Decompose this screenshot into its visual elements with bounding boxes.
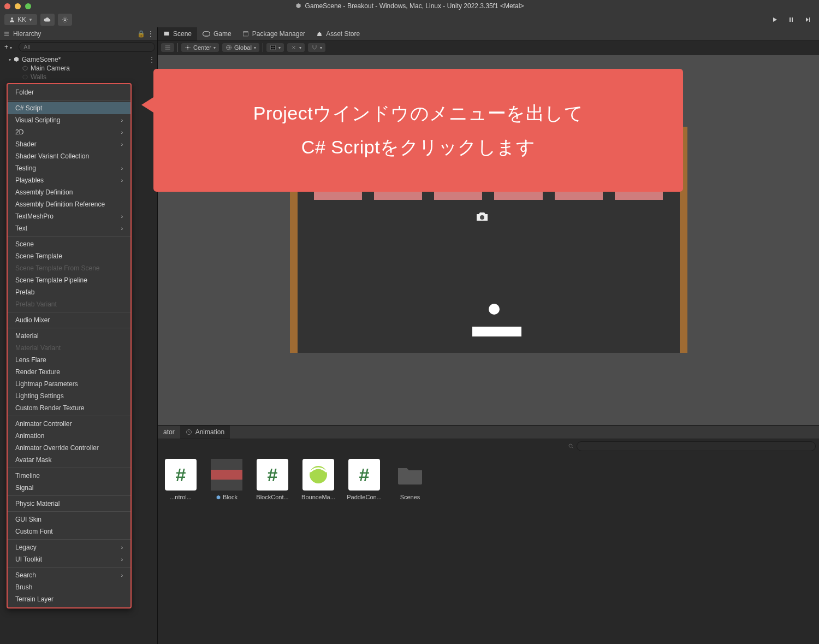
hierarchy-item-walls[interactable]: Walls xyxy=(0,73,157,81)
menu-item-custom-font[interactable]: Custom Font xyxy=(8,525,130,537)
clock-icon xyxy=(186,429,192,435)
hierarchy-item-camera[interactable]: Main Camera xyxy=(0,64,157,73)
asset-blockcont[interactable]: #BlockCont... xyxy=(255,459,290,500)
menu-item-shader-variant-collection[interactable]: Shader Variant Collection xyxy=(8,150,130,162)
snap-increment[interactable]: ▾ xyxy=(287,43,305,52)
menu-item-shader[interactable]: Shader› xyxy=(8,138,130,150)
svg-point-9 xyxy=(569,444,572,447)
menu-item-visual-scripting[interactable]: Visual Scripting› xyxy=(8,114,130,126)
tool-hand[interactable] xyxy=(161,43,174,52)
tab-scene[interactable]: Scene xyxy=(158,27,197,40)
menu-item-scene-template-pipeline[interactable]: Scene Template Pipeline xyxy=(8,274,130,286)
tab-package-manager[interactable]: Package Manager xyxy=(237,27,311,40)
menu-item-animator-controller[interactable]: Animator Controller xyxy=(8,418,130,430)
paddle xyxy=(472,327,521,336)
svg-rect-2 xyxy=(203,32,210,36)
assets-grid[interactable]: #...ntrol... Block#BlockCont...BounceMa.… xyxy=(158,453,819,644)
menu-item-signal[interactable]: Signal xyxy=(8,482,130,494)
svg-point-0 xyxy=(11,17,13,20)
menu-item-material[interactable]: Material xyxy=(8,330,130,342)
menu-item-search[interactable]: Search› xyxy=(8,569,130,581)
menu-item-assembly-definition-reference[interactable]: Assembly Definition Reference xyxy=(8,198,130,210)
menu-item-animator-override-controller[interactable]: Animator Override Controller xyxy=(8,442,130,454)
menu-item-physic-material[interactable]: Physic Material xyxy=(8,498,130,510)
menu-item-folder[interactable]: Folder xyxy=(8,86,130,98)
asset-scenes[interactable]: Scenes xyxy=(393,459,428,500)
menu-item-ui-toolkit[interactable]: UI Toolkit› xyxy=(8,553,130,565)
project-search[interactable] xyxy=(577,441,816,451)
svg-point-1 xyxy=(64,19,66,21)
asset-paddlecon[interactable]: #PaddleCon... xyxy=(347,459,382,500)
asset-bouncema[interactable]: BounceMa... xyxy=(301,459,336,500)
menu-item-playables[interactable]: Playables› xyxy=(8,174,130,186)
pause-button[interactable] xyxy=(784,14,798,26)
scene-toolbar: Center▾ Global▾ ▾ ▾ ▾ xyxy=(158,41,819,55)
hierarchy-tab[interactable]: Hierarchy xyxy=(3,30,41,38)
menu-item-prefab[interactable]: Prefab xyxy=(8,286,130,298)
grid-snap[interactable]: ▾ xyxy=(266,43,284,52)
snap-rotation[interactable]: ▾ xyxy=(308,43,325,52)
maximize-window[interactable] xyxy=(25,3,31,9)
asset-ntrol[interactable]: #...ntrol... xyxy=(163,459,198,500)
window-title: GameScene - Breakout - Windows, Mac, Lin… xyxy=(295,2,524,10)
play-button[interactable] xyxy=(768,14,782,26)
menu-item-gui-skin[interactable]: GUI Skin xyxy=(8,513,130,525)
account-button[interactable]: KK ▼ xyxy=(4,14,37,25)
menu-item-animation[interactable]: Animation xyxy=(8,430,130,442)
menu-item-c-script[interactable]: C# Script xyxy=(8,102,130,114)
pivot-center-dropdown[interactable]: Center▾ xyxy=(181,43,219,52)
menu-item-brush[interactable]: Brush xyxy=(8,581,130,593)
hierarchy-scene-node[interactable]: ▾ GameScene* ⋮ xyxy=(0,55,157,64)
menu-item-timeline[interactable]: Timeline xyxy=(8,470,130,482)
menu-item-audio-mixer[interactable]: Audio Mixer xyxy=(8,314,130,326)
tab-animation[interactable]: Animation xyxy=(180,426,230,439)
project-panel: ator Animation #...ntrol... Block#BlockC… xyxy=(158,425,819,644)
grid-icon xyxy=(270,44,276,51)
scene-tabs: Scene Game Package Manager Asset Store xyxy=(158,27,819,41)
menu-item-scene[interactable]: Scene xyxy=(8,238,130,250)
cloud-button[interactable] xyxy=(40,14,55,26)
user-icon xyxy=(9,16,15,23)
hierarchy-search[interactable] xyxy=(19,42,155,52)
menu-item-2d[interactable]: 2D› xyxy=(8,126,130,138)
cloud-icon xyxy=(44,16,51,23)
minimize-window[interactable] xyxy=(15,3,21,9)
menu-icon xyxy=(164,44,171,51)
menu-item-lighting-settings[interactable]: Lighting Settings xyxy=(8,390,130,402)
tab-asset-store[interactable]: Asset Store xyxy=(311,27,365,40)
global-local-dropdown[interactable]: Global▾ xyxy=(222,43,259,52)
lock-icon[interactable]: 🔒 xyxy=(137,30,145,38)
overflow-icon[interactable]: ⋮ xyxy=(149,56,155,63)
search-icon xyxy=(568,443,574,450)
menu-item-textmeshpro[interactable]: TextMeshPro› xyxy=(8,210,130,222)
callout-line-2: C# Scriptをクリックします xyxy=(301,131,535,164)
close-window[interactable] xyxy=(4,3,10,9)
create-context-menu[interactable]: FolderC# ScriptVisual Scripting›2D›Shade… xyxy=(7,83,132,608)
menu-item-scene-template-from-scene: Scene Template From Scene xyxy=(8,262,130,274)
magnet-icon xyxy=(311,44,318,51)
menu-item-custom-render-texture[interactable]: Custom Render Texture xyxy=(8,402,130,414)
menu-item-avatar-mask[interactable]: Avatar Mask xyxy=(8,454,130,466)
menu-item-lens-flare[interactable]: Lens Flare xyxy=(8,354,130,366)
menu-item-render-texture[interactable]: Render Texture xyxy=(8,366,130,378)
menu-item-testing[interactable]: Testing› xyxy=(8,162,130,174)
menu-item-assembly-definition[interactable]: Assembly Definition xyxy=(8,186,130,198)
asset-block[interactable]: Block xyxy=(209,459,244,500)
menu-item-lightmap-parameters[interactable]: Lightmap Parameters xyxy=(8,378,130,390)
settings-button[interactable] xyxy=(58,14,72,26)
menu-item-scene-template[interactable]: Scene Template xyxy=(8,250,130,262)
camera-icon xyxy=(476,211,489,222)
tab-game[interactable]: Game xyxy=(197,27,237,40)
package-icon xyxy=(242,31,249,37)
tab-animator-partial[interactable]: ator xyxy=(158,426,180,439)
menu-item-terrain-layer[interactable]: Terrain Layer xyxy=(8,593,130,605)
window-controls xyxy=(4,3,31,9)
menu-item-text[interactable]: Text› xyxy=(8,222,130,234)
svg-rect-3 xyxy=(243,32,248,36)
menu-item-legacy[interactable]: Legacy› xyxy=(8,541,130,553)
overflow-icon[interactable]: ⋮ xyxy=(147,30,154,38)
create-dropdown[interactable]: + ▾ xyxy=(2,43,14,51)
hierarchy-tree[interactable]: ▾ GameScene* ⋮ Main Camera Walls xyxy=(0,53,157,84)
svg-rect-4 xyxy=(243,32,248,33)
step-button[interactable] xyxy=(800,14,815,26)
